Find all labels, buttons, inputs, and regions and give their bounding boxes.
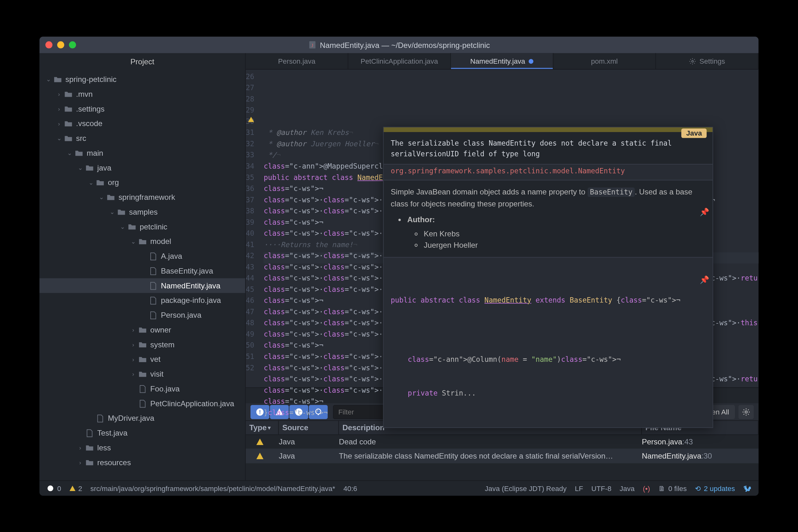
line-number: 41 — [246, 239, 254, 250]
tree-item-visit[interactable]: ›visit — [39, 366, 245, 381]
chevron-down-icon[interactable]: ⌄ — [87, 179, 95, 186]
status-warnings[interactable]: 2 — [69, 484, 82, 492]
tree-item-system[interactable]: ›system — [39, 337, 245, 352]
hover-warning-text: The serializable class NamedEntity does … — [383, 132, 712, 164]
tree-item-main[interactable]: ⌄main — [39, 146, 245, 160]
chevron-right-icon[interactable]: › — [55, 120, 63, 127]
chevron-down-icon[interactable]: ⌄ — [108, 209, 116, 215]
status-encoding[interactable]: UTF-8 — [591, 484, 611, 492]
folder-icon — [84, 443, 95, 452]
pin-icon[interactable]: 📌 — [700, 273, 709, 285]
chevron-right-icon[interactable]: › — [55, 105, 63, 112]
status-updates[interactable]: ⟲ 2 updates — [695, 484, 735, 492]
editor[interactable]: 2627282930313233343536373839404142434445… — [246, 69, 759, 387]
col-source[interactable]: Source — [279, 421, 339, 434]
status-file-path[interactable]: src/main/java/org/springframework/sample… — [91, 484, 335, 492]
chevron-down-icon[interactable]: ⌄ — [76, 164, 84, 171]
tab-settings[interactable]: Settings — [656, 53, 758, 69]
tab-pom-xml[interactable]: pom.xml — [553, 53, 656, 69]
chevron-down-icon[interactable]: ⌄ — [44, 76, 52, 82]
tree-item-namedentity-java[interactable]: NamedEntity.java — [39, 278, 245, 293]
status-files[interactable]: 🗎 0 files — [658, 484, 687, 492]
minimize-window-button[interactable] — [57, 41, 64, 48]
close-window-button[interactable] — [45, 41, 52, 48]
chevron-right-icon[interactable]: › — [129, 356, 137, 362]
tree-item-label: MyDriver.java — [108, 414, 154, 422]
titlebar: J NamedEntity.java — ~/Dev/demos/spring-… — [39, 37, 758, 53]
col-type[interactable]: Type▾ — [246, 421, 279, 434]
status-eol[interactable]: LF — [575, 484, 583, 492]
line-number: 43 — [246, 262, 254, 273]
tree-item--vscode[interactable]: ›.vscode — [39, 116, 245, 131]
line-number: 52 — [246, 362, 254, 374]
chevron-down-icon[interactable]: ⌄ — [118, 223, 127, 230]
chevron-right-icon[interactable]: › — [129, 341, 137, 348]
svg-text:J: J — [311, 42, 313, 48]
status-lsp[interactable]: Java (Eclipse JDT) Ready — [485, 484, 566, 492]
status-signal-icon[interactable]: (•) — [643, 484, 650, 492]
tree-item-vet[interactable]: ›vet — [39, 352, 245, 366]
tab-label: Person.java — [278, 57, 316, 65]
tree-item-label: vet — [150, 355, 160, 363]
line-number: 32 — [246, 138, 254, 150]
project-tree[interactable]: ⌄spring-petclinic›.mvn›.settings›.vscode… — [39, 69, 245, 480]
tree-item-label: visit — [150, 369, 164, 378]
tree-item-test-java[interactable]: Test.java — [39, 425, 245, 440]
tree-item-mydriver-java[interactable]: MyDriver.java — [39, 411, 245, 425]
chevron-down-icon[interactable]: ⌄ — [129, 238, 137, 245]
tree-item-model[interactable]: ⌄model — [39, 234, 245, 249]
tree-item-a-java[interactable]: A.java — [39, 249, 245, 264]
tree-item-springframework[interactable]: ⌄springframework — [39, 190, 245, 205]
chevron-right-icon[interactable]: › — [76, 459, 84, 466]
tree-item-foo-java[interactable]: Foo.java — [39, 381, 245, 396]
chevron-down-icon[interactable]: ⌄ — [55, 135, 63, 141]
chevron-down-icon[interactable]: ⌄ — [97, 194, 106, 201]
tree-item-package-info-java[interactable]: package-info.java — [39, 293, 245, 308]
file-icon — [137, 384, 148, 393]
hover-header-strip — [383, 127, 712, 132]
tab-petclinicapplication-java[interactable]: PetClinicApplication.java — [348, 53, 451, 69]
tree-item-java[interactable]: ⌄java — [39, 160, 245, 175]
chevron-right-icon[interactable]: › — [55, 91, 63, 97]
line-number: 34 — [246, 161, 254, 172]
tree-item-resources[interactable]: ›resources — [39, 455, 245, 470]
file-icon — [148, 311, 158, 319]
status-cursor-position[interactable]: 40:6 — [344, 484, 357, 492]
tree-item--mvn[interactable]: ›.mvn — [39, 87, 245, 101]
zoom-window-button[interactable] — [69, 41, 76, 48]
tab-namedentity-java[interactable]: NamedEntity.java — [451, 53, 553, 69]
hover-doc: 📌 Simple JavaBean domain object adds a n… — [383, 180, 712, 256]
line-number: 45 — [246, 284, 254, 295]
diag-description: Dead code — [339, 437, 642, 446]
squirrel-icon[interactable]: 🐿 — [743, 483, 752, 493]
hover-language-badge: Java — [681, 128, 707, 138]
tree-item-less[interactable]: ›less — [39, 440, 245, 455]
folder-icon — [137, 237, 148, 245]
diagnostics-table: Type▾ Source Description File Name JavaD… — [246, 421, 759, 480]
tree-item-baseentity-java[interactable]: BaseEntity.java — [39, 264, 245, 278]
tree-item-src[interactable]: ⌄src — [39, 131, 245, 146]
tree-item-org[interactable]: ⌄org — [39, 175, 245, 190]
status-errors[interactable]: 0 — [46, 484, 61, 492]
tab-person-java[interactable]: Person.java — [246, 53, 348, 69]
tree-item-petclinic[interactable]: ⌄petclinic — [39, 219, 245, 234]
chevron-right-icon[interactable]: › — [76, 444, 84, 451]
chevron-right-icon[interactable]: › — [129, 370, 137, 377]
diagnostic-row[interactable]: JavaDead codePerson.java:43 — [246, 435, 759, 449]
hover-author: Juergen Hoeller — [424, 239, 706, 250]
tree-item--settings[interactable]: ›.settings — [39, 101, 245, 116]
tree-item-petclinicapplication-java[interactable]: PetClinicApplication.java — [39, 396, 245, 411]
tree-item-spring-petclinic[interactable]: ⌄spring-petclinic — [39, 72, 245, 87]
chevron-right-icon[interactable]: › — [129, 326, 137, 333]
tree-item-samples[interactable]: ⌄samples — [39, 205, 245, 220]
pin-icon[interactable]: 📌 — [700, 206, 709, 217]
diagnostic-row[interactable]: JavaThe serializable class NamedEntity d… — [246, 449, 759, 463]
tree-item-owner[interactable]: ›owner — [39, 322, 245, 337]
folder-icon — [116, 208, 127, 216]
status-language[interactable]: Java — [620, 484, 634, 492]
folder-icon — [74, 149, 84, 157]
folder-icon — [63, 90, 74, 98]
tree-item-person-java[interactable]: Person.java — [39, 308, 245, 322]
tree-item-label: src — [76, 134, 86, 142]
chevron-down-icon[interactable]: ⌄ — [65, 150, 74, 156]
